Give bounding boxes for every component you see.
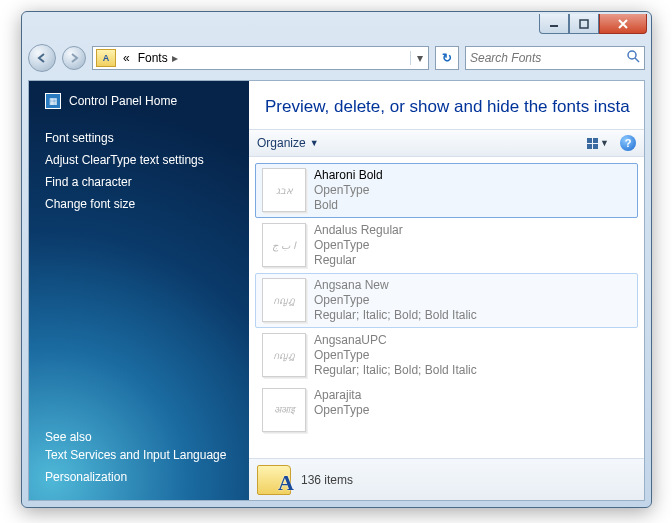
close-icon	[617, 19, 629, 29]
breadcrumb-fonts[interactable]: Fonts	[134, 51, 172, 65]
fonts-folder-large-icon	[257, 465, 291, 495]
toolbar: Organize ▼ ▼ ?	[249, 129, 644, 157]
close-button[interactable]	[599, 14, 647, 34]
window-controls	[539, 14, 647, 34]
font-styles: Regular	[314, 253, 403, 268]
status-item-count: 136 items	[301, 473, 353, 487]
font-meta: AngsanaUPCOpenTypeRegular; Italic; Bold;…	[314, 333, 477, 378]
svg-rect-1	[580, 20, 588, 28]
font-thumbnail-icon: ا ب ج	[262, 223, 306, 267]
font-row[interactable]: กญฎAngsana NewOpenTypeRegular; Italic; B…	[255, 273, 638, 328]
view-options-button[interactable]: ▼	[582, 135, 614, 152]
address-bar[interactable]: A « Fonts ▸ ▾	[92, 46, 429, 70]
main-pane: Preview, delete, or show and hide the fo…	[249, 81, 644, 500]
font-thumbnail-icon: अआइ	[262, 388, 306, 432]
font-list[interactable]: אבגAharoni BoldOpenTypeBoldا ب جAndalus …	[249, 157, 644, 458]
font-name: Angsana New	[314, 278, 477, 293]
control-panel-home-label: Control Panel Home	[69, 94, 177, 108]
font-thumbnail-icon: กญฎ	[262, 278, 306, 322]
font-type: OpenType	[314, 403, 369, 418]
font-meta: Andalus RegularOpenTypeRegular	[314, 223, 403, 268]
font-styles: Bold	[314, 198, 383, 213]
minimize-button[interactable]	[539, 14, 569, 34]
forward-button[interactable]	[62, 46, 86, 70]
font-styles: Regular; Italic; Bold; Bold Italic	[314, 308, 477, 323]
font-thumbnail-icon: אבג	[262, 168, 306, 212]
font-name: Andalus Regular	[314, 223, 403, 238]
view-grid-icon	[587, 138, 598, 149]
search-box[interactable]	[465, 46, 645, 70]
minimize-icon	[549, 19, 559, 29]
breadcrumb-prefix: «	[119, 51, 134, 65]
chevron-down-icon: ▼	[600, 138, 609, 148]
font-styles: Regular; Italic; Bold; Bold Italic	[314, 363, 477, 378]
font-type: OpenType	[314, 293, 477, 308]
title-bar	[22, 12, 651, 42]
font-name: Aharoni Bold	[314, 168, 383, 183]
forward-icon	[69, 53, 79, 63]
nav-bar: A « Fonts ▸ ▾ ↻	[22, 42, 651, 74]
sidebar-link-cleartype[interactable]: Adjust ClearType text settings	[45, 149, 233, 171]
control-panel-home[interactable]: ▦ Control Panel Home	[45, 93, 233, 109]
refresh-icon: ↻	[442, 51, 452, 65]
breadcrumb-separator[interactable]: ▸	[172, 51, 178, 65]
sidebar: ▦ Control Panel Home Font settings Adjus…	[29, 81, 249, 500]
see-also-label: See also	[45, 430, 233, 444]
sidebar-link-text-services[interactable]: Text Services and Input Language	[45, 444, 233, 466]
svg-rect-0	[550, 25, 558, 27]
chevron-down-icon: ▼	[310, 138, 319, 148]
font-type: OpenType	[314, 238, 403, 253]
sidebar-link-change-font-size[interactable]: Change font size	[45, 193, 233, 215]
explorer-window: A « Fonts ▸ ▾ ↻ ▦ Control Panel Home Fon…	[21, 11, 652, 508]
svg-point-2	[628, 51, 636, 59]
search-icon	[626, 49, 640, 67]
font-row[interactable]: ا ب جAndalus RegularOpenTypeRegular	[255, 218, 638, 273]
content-area: ▦ Control Panel Home Font settings Adjus…	[28, 80, 645, 501]
search-input[interactable]	[470, 51, 626, 65]
back-icon	[36, 52, 48, 64]
fonts-folder-icon: A	[96, 49, 116, 67]
organize-label: Organize	[257, 136, 306, 150]
sidebar-link-find-character[interactable]: Find a character	[45, 171, 233, 193]
control-panel-icon: ▦	[45, 93, 61, 109]
sidebar-link-personalization[interactable]: Personalization	[45, 466, 233, 488]
organize-menu[interactable]: Organize ▼	[257, 136, 319, 150]
font-type: OpenType	[314, 348, 477, 363]
status-bar: 136 items	[249, 458, 644, 500]
font-meta: AparajitaOpenType	[314, 388, 369, 418]
font-row[interactable]: אבגAharoni BoldOpenTypeBold	[255, 163, 638, 218]
font-row[interactable]: अआइAparajitaOpenType	[255, 383, 638, 437]
font-type: OpenType	[314, 183, 383, 198]
font-row[interactable]: กญฎAngsanaUPCOpenTypeRegular; Italic; Bo…	[255, 328, 638, 383]
font-meta: Aharoni BoldOpenTypeBold	[314, 168, 383, 213]
refresh-button[interactable]: ↻	[435, 46, 459, 70]
help-button[interactable]: ?	[620, 135, 636, 151]
font-thumbnail-icon: กญฎ	[262, 333, 306, 377]
svg-line-3	[635, 58, 639, 62]
address-dropdown[interactable]: ▾	[410, 51, 428, 65]
font-name: Aparajita	[314, 388, 369, 403]
maximize-button[interactable]	[569, 14, 599, 34]
sidebar-link-font-settings[interactable]: Font settings	[45, 127, 233, 149]
maximize-icon	[579, 19, 589, 29]
back-button[interactable]	[28, 44, 56, 72]
font-meta: Angsana NewOpenTypeRegular; Italic; Bold…	[314, 278, 477, 323]
font-name: AngsanaUPC	[314, 333, 477, 348]
page-title: Preview, delete, or show and hide the fo…	[249, 81, 644, 129]
